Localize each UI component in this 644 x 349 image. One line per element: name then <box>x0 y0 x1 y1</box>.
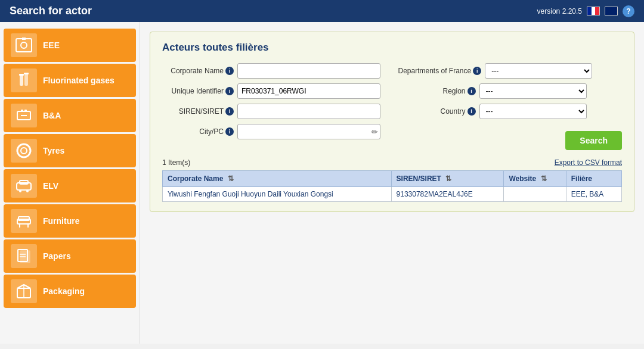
help-icon[interactable]: ? <box>623 5 634 17</box>
sidebar-label-packaging: Packaging <box>43 286 129 297</box>
section-title: Acteurs toutes filières <box>162 42 622 54</box>
flag-france-icon[interactable] <box>587 7 600 15</box>
departments-row: Departments of France i --- <box>398 63 623 79</box>
svg-point-1 <box>21 42 27 48</box>
sidebar-item-bna[interactable]: B&A <box>4 99 136 132</box>
svg-rect-0 <box>16 39 32 52</box>
svg-point-11 <box>17 144 30 157</box>
cell-corporate_name: Yiwushi Fengfan Guoji Huoyun Daili Youxi… <box>163 187 392 202</box>
svg-rect-4 <box>24 74 28 86</box>
bna-icon <box>11 104 37 127</box>
svg-rect-9 <box>24 110 27 112</box>
sidebar-item-elv[interactable]: ELV <box>4 169 136 202</box>
corporate-name-row: Corporate Name i <box>162 63 386 79</box>
sidebar-label-eee: EEE <box>43 40 129 51</box>
results-header: 1 Item(s) Export to CSV format <box>162 158 622 167</box>
departments-select[interactable]: --- <box>485 63 592 79</box>
region-row: Region i --- <box>398 83 623 99</box>
region-label: Region i <box>398 87 476 95</box>
sidebar-item-eee[interactable]: EEE <box>4 29 136 62</box>
svg-point-15 <box>19 190 21 192</box>
form-left-column: Corporate Name i Unique Identifier i <box>162 63 386 150</box>
country-select[interactable]: --- <box>479 104 587 119</box>
results-table: Corporate Name ⇅ SIREN/SIRET ⇅ Website ⇅ <box>162 170 622 202</box>
cell-siren_siret: 91330782MA2EAL4J6E <box>391 187 504 202</box>
results-count: 1 Item(s) <box>162 158 190 167</box>
elv-icon <box>11 174 37 198</box>
unique-identifier-input[interactable] <box>237 83 380 99</box>
city-pc-input[interactable] <box>237 124 380 139</box>
unique-identifier-info-icon[interactable]: i <box>225 87 234 95</box>
svg-point-12 <box>21 148 27 154</box>
city-pc-info-icon[interactable]: i <box>225 127 234 136</box>
siren-siret-info-icon[interactable]: i <box>225 107 234 116</box>
content-area: Acteurs toutes filières Corporate Name i <box>140 22 644 344</box>
sidebar-item-tyres[interactable]: Tyres <box>4 134 136 167</box>
sidebar-item-papers[interactable]: Papers <box>4 239 136 273</box>
eee-icon <box>11 33 37 57</box>
corporate-name-info-icon[interactable]: i <box>225 67 234 75</box>
unique-identifier-label: Unique Identifier i <box>162 87 234 95</box>
form-right-column: Departments of France i --- Region i <box>398 63 623 150</box>
svg-rect-3 <box>20 75 23 86</box>
corporate-name-input[interactable] <box>237 63 380 79</box>
unique-identifier-row: Unique Identifier i <box>162 83 386 99</box>
search-button[interactable]: Search <box>565 131 622 150</box>
city-pc-input-wrapper: ✏ <box>237 124 380 139</box>
papers-icon <box>11 244 37 268</box>
content-box: Acteurs toutes filières Corporate Name i <box>150 32 634 212</box>
packaging-icon <box>11 279 37 303</box>
cell-website <box>504 187 566 202</box>
sort-siren-icon[interactable]: ⇅ <box>445 174 451 183</box>
flag-uk-icon[interactable] <box>605 7 618 15</box>
country-info-icon[interactable]: i <box>467 107 476 116</box>
sidebar-label-bna: B&A <box>43 111 129 121</box>
table-row[interactable]: Yiwushi Fengfan Guoji Huoyun Daili Youxi… <box>163 187 622 202</box>
col-corporate-name[interactable]: Corporate Name ⇅ <box>163 171 392 187</box>
sidebar-label-furniture: Furniture <box>43 216 129 226</box>
sidebar-label-fluorinated: Fluorinated gases <box>43 76 129 86</box>
app-header: Search for actor version 2.20.5 ? <box>0 0 644 22</box>
region-info-icon[interactable]: i <box>467 87 476 95</box>
furniture-icon <box>11 209 37 233</box>
cell-filiere: EEE, B&A <box>566 187 621 202</box>
svg-rect-8 <box>21 110 23 112</box>
main-container: EEE Fluorinated gases B&A Tyres <box>0 22 644 344</box>
export-csv-link[interactable]: Export to CSV format <box>555 158 622 167</box>
sort-corporate-name-icon[interactable]: ⇅ <box>228 174 234 183</box>
header-right: version 2.20.5 ? <box>537 5 634 17</box>
table-header-row: Corporate Name ⇅ SIREN/SIRET ⇅ Website ⇅ <box>163 171 622 187</box>
pencil-icon[interactable]: ✏ <box>371 127 378 136</box>
corporate-name-label: Corporate Name i <box>162 67 234 75</box>
svg-point-16 <box>26 190 29 192</box>
col-filiere[interactable]: Filière <box>566 171 621 187</box>
col-website[interactable]: Website ⇅ <box>504 171 566 187</box>
search-btn-row: Search <box>398 131 623 150</box>
page-title: Search for actor <box>10 5 92 17</box>
departments-info-icon[interactable]: i <box>473 67 481 75</box>
svg-rect-6 <box>24 73 29 74</box>
sidebar-label-elv: ELV <box>43 181 129 191</box>
search-form: Corporate Name i Unique Identifier i <box>162 63 622 150</box>
city-pc-label: City/PC i <box>162 127 234 136</box>
sidebar-item-fluorinated-gases[interactable]: Fluorinated gases <box>4 64 136 97</box>
sidebar-label-papers: Papers <box>43 251 129 261</box>
tyres-icon <box>11 139 37 163</box>
sidebar: EEE Fluorinated gases B&A Tyres <box>0 22 140 344</box>
sort-website-icon[interactable]: ⇅ <box>541 174 547 183</box>
siren-siret-input[interactable] <box>237 104 380 119</box>
col-siren-siret[interactable]: SIREN/SIRET ⇅ <box>391 171 504 187</box>
country-label: Country i <box>398 107 476 116</box>
version-text: version 2.20.5 <box>537 7 582 15</box>
region-select[interactable]: --- <box>479 83 587 99</box>
siren-siret-label: SIREN/SIRET i <box>162 107 234 116</box>
country-row: Country i --- <box>398 104 623 119</box>
sidebar-item-furniture[interactable]: Furniture <box>4 204 136 238</box>
svg-rect-2 <box>22 38 26 40</box>
sidebar-item-packaging[interactable]: Packaging <box>4 275 136 308</box>
departments-label: Departments of France i <box>398 67 482 75</box>
city-pc-row: City/PC i ✏ <box>162 124 386 139</box>
siren-siret-row: SIREN/SIRET i <box>162 104 386 119</box>
svg-rect-5 <box>19 74 24 76</box>
sidebar-label-tyres: Tyres <box>43 146 129 156</box>
